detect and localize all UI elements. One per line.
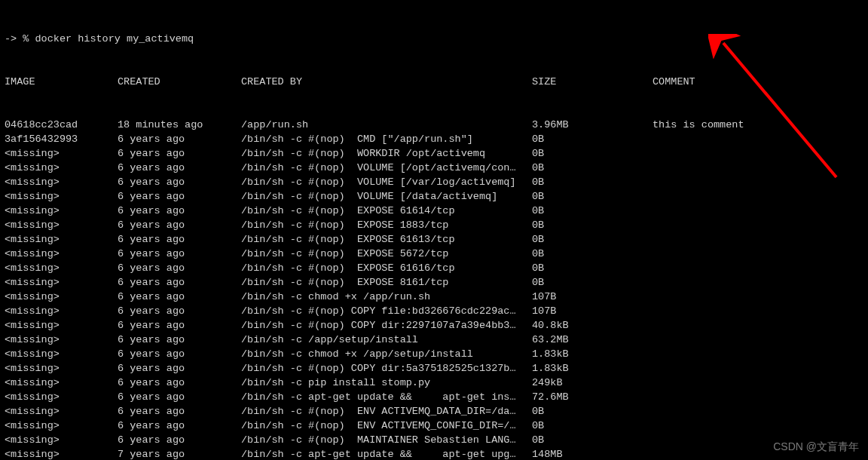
cell-size: 0B — [532, 189, 653, 204]
table-row: <missing>6 years ago/bin/sh -c #(nop) EX… — [5, 261, 863, 275]
cell-createdby: /bin/sh -c #(nop) EXPOSE 1883/tcp — [241, 218, 532, 232]
cell-created: 7 years ago — [118, 447, 241, 460]
cell-size: 148MB — [532, 447, 653, 460]
cell-image: <missing> — [5, 261, 118, 275]
cell-created: 6 years ago — [118, 304, 241, 318]
cell-comment — [653, 275, 863, 290]
cell-created: 6 years ago — [118, 318, 241, 333]
cell-createdby: /bin/sh -c #(nop) ENV ACTIVEMQ_CONFIG_DI… — [241, 419, 532, 433]
command-prompt-line: -> % docker history my_activemq — [5, 32, 863, 46]
cell-comment — [653, 232, 863, 247]
cell-created: 6 years ago — [118, 433, 241, 447]
cell-image: <missing> — [5, 232, 118, 247]
cell-created: 6 years ago — [118, 204, 241, 218]
cell-createdby: /bin/sh -c #(nop) CMD ["/app/run.sh"] — [241, 132, 532, 146]
cell-image: <missing> — [5, 146, 118, 161]
table-row: <missing>6 years ago/bin/sh -c pip insta… — [5, 376, 863, 390]
cell-comment — [653, 361, 863, 376]
header-image: IMAGE — [5, 75, 118, 89]
cell-comment — [653, 247, 863, 261]
cell-createdby: /bin/sh -c pip install stomp.py — [241, 376, 532, 390]
command-prompt: -> % docker history my_activemq — [5, 32, 194, 46]
cell-createdby: /bin/sh -c #(nop) ENV ACTIVEMQ_DATA_DIR=… — [241, 404, 532, 419]
table-row: 3af1564329936 years ago/bin/sh -c #(nop)… — [5, 132, 863, 146]
table-row: <missing>6 years ago/bin/sh -c #(nop) EN… — [5, 419, 863, 433]
table-row: <missing>6 years ago/bin/sh -c apt-get u… — [5, 390, 863, 404]
cell-created: 6 years ago — [118, 361, 241, 376]
cell-comment — [653, 390, 863, 404]
table-row: <missing>6 years ago/bin/sh -c #(nop) EX… — [5, 218, 863, 232]
cell-size: 107B — [532, 290, 653, 304]
table-row: <missing>6 years ago/bin/sh -c #(nop) EN… — [5, 404, 863, 419]
cell-createdby: /bin/sh -c #(nop) EXPOSE 61613/tcp — [241, 232, 532, 247]
cell-created: 6 years ago — [118, 376, 241, 390]
cell-createdby: /bin/sh -c #(nop) VOLUME [/var/log/activ… — [241, 175, 532, 189]
cell-comment — [653, 419, 863, 433]
cell-createdby: /bin/sh -c #(nop) MAINTAINER Sebastien L… — [241, 433, 532, 447]
cell-createdby: /bin/sh -c #(nop) WORKDIR /opt/activemq — [241, 146, 532, 161]
cell-comment — [653, 333, 863, 347]
cell-size: 1.83kB — [532, 361, 653, 376]
table-row: <missing>6 years ago/bin/sh -c #(nop) MA… — [5, 433, 863, 447]
cell-createdby: /bin/sh -c chmod +x /app/run.sh — [241, 290, 532, 304]
cell-image: <missing> — [5, 333, 118, 347]
cell-image: 04618cc23cad — [5, 118, 118, 132]
header-created: CREATED — [118, 75, 241, 89]
cell-createdby: /bin/sh -c chmod +x /app/setup/install — [241, 347, 532, 361]
cell-size: 0B — [532, 275, 653, 290]
cell-createdby: /bin/sh -c #(nop) EXPOSE 8161/tcp — [241, 275, 532, 290]
cell-createdby: /bin/sh -c #(nop) COPY dir:2297107a7a39e… — [241, 318, 532, 333]
cell-size: 0B — [532, 132, 653, 146]
cell-size: 0B — [532, 204, 653, 218]
table-row: <missing>6 years ago/bin/sh -c #(nop) CO… — [5, 318, 863, 333]
table-row: <missing>6 years ago/bin/sh -c #(nop) CO… — [5, 361, 863, 376]
cell-comment — [653, 175, 863, 189]
cell-size: 0B — [532, 433, 653, 447]
cell-comment — [653, 204, 863, 218]
cell-created: 6 years ago — [118, 232, 241, 247]
table-row: <missing>6 years ago/bin/sh -c #(nop) VO… — [5, 189, 863, 204]
cell-comment — [653, 318, 863, 333]
cell-comment — [653, 376, 863, 390]
cell-size: 249kB — [532, 376, 653, 390]
cell-created: 6 years ago — [118, 275, 241, 290]
header-comment: COMMENT — [653, 75, 863, 89]
cell-image: <missing> — [5, 218, 118, 232]
cell-comment: this is comment — [653, 118, 863, 132]
cell-comment — [653, 132, 863, 146]
cell-image: <missing> — [5, 175, 118, 189]
cell-image: <missing> — [5, 275, 118, 290]
cell-created: 6 years ago — [118, 333, 241, 347]
cell-created: 18 minutes ago — [118, 118, 241, 132]
table-body: 04618cc23cad18 minutes ago/app/run.sh3.9… — [5, 118, 863, 460]
cell-createdby: /bin/sh -c #(nop) VOLUME [/opt/activemq/… — [241, 161, 532, 175]
cell-image: <missing> — [5, 404, 118, 419]
table-row: <missing>6 years ago/bin/sh -c chmod +x … — [5, 347, 863, 361]
cell-image: <missing> — [5, 247, 118, 261]
cell-size: 3.96MB — [532, 118, 653, 132]
cell-comment — [653, 261, 863, 275]
cell-image: <missing> — [5, 447, 118, 460]
cell-image: <missing> — [5, 304, 118, 318]
cell-size: 63.2MB — [532, 333, 653, 347]
cell-created: 6 years ago — [118, 290, 241, 304]
cell-comment — [653, 404, 863, 419]
cell-size: 72.6MB — [532, 390, 653, 404]
table-row: <missing>6 years ago/bin/sh -c #(nop) EX… — [5, 247, 863, 261]
cell-createdby: /bin/sh -c apt-get update && apt-get upg… — [241, 447, 532, 460]
cell-created: 6 years ago — [118, 419, 241, 433]
cell-createdby: /app/run.sh — [241, 118, 532, 132]
table-row: <missing>6 years ago/bin/sh -c #(nop) WO… — [5, 146, 863, 161]
cell-image: <missing> — [5, 390, 118, 404]
cell-size: 1.83kB — [532, 347, 653, 361]
table-row: <missing>6 years ago/bin/sh -c #(nop) EX… — [5, 204, 863, 218]
cell-image: <missing> — [5, 347, 118, 361]
cell-created: 6 years ago — [118, 404, 241, 419]
cell-comment — [653, 189, 863, 204]
table-row: <missing>6 years ago/bin/sh -c #(nop) VO… — [5, 161, 863, 175]
cell-createdby: /bin/sh -c #(nop) COPY dir:5a375182525c1… — [241, 361, 532, 376]
cell-created: 6 years ago — [118, 261, 241, 275]
cell-created: 6 years ago — [118, 390, 241, 404]
cell-created: 6 years ago — [118, 161, 241, 175]
cell-comment — [653, 161, 863, 175]
